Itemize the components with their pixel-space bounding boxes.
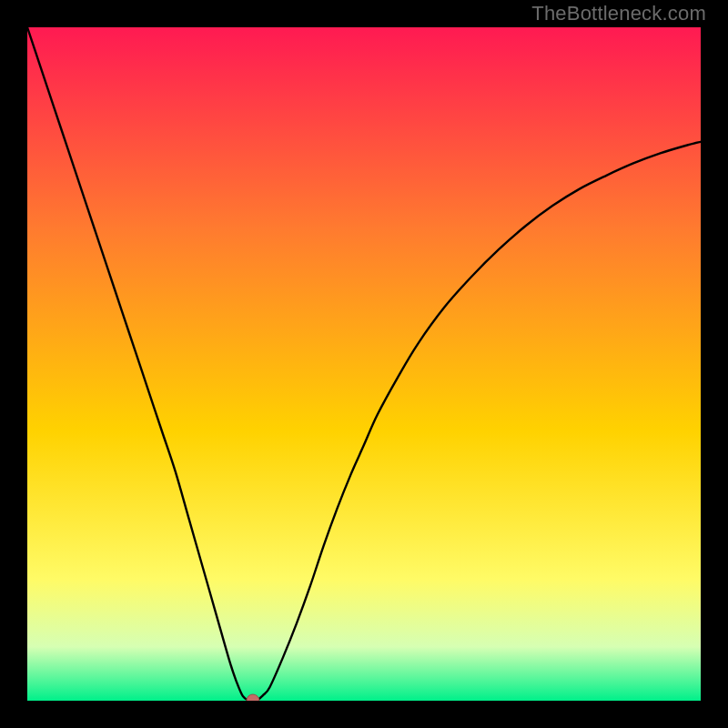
chart-frame: TheBottleneck.com [0,0,728,728]
chart-svg [27,27,701,701]
gradient-background [27,27,701,701]
watermark-text: TheBottleneck.com [531,2,706,25]
plot-area [27,27,701,701]
